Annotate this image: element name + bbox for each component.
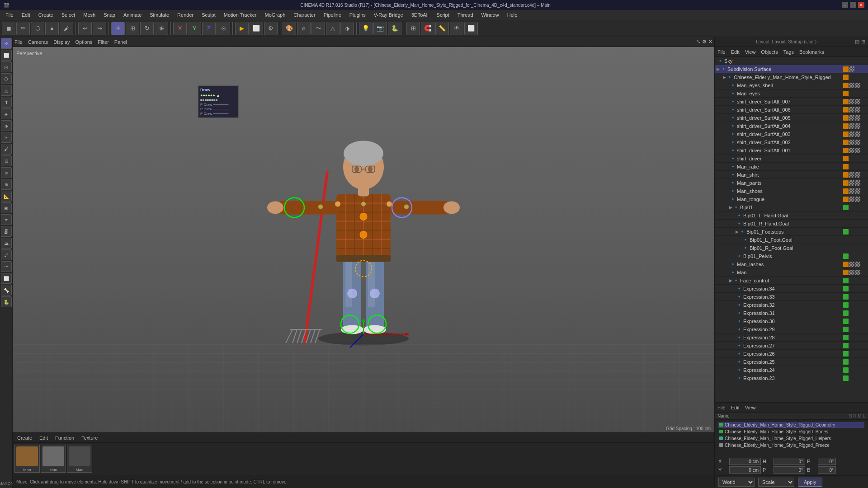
attr-name-row-2[interactable]: Chinese_Elderly_Man_Home_Style_Rigged_He… xyxy=(718,436,864,441)
mat-menu-texture[interactable]: Texture xyxy=(79,435,100,441)
paint-mode-button[interactable]: 🖌 xyxy=(60,22,73,35)
object-row-19[interactable]: 🔹Bip01_L_Hand.Goal xyxy=(715,211,868,220)
obj-dot-color-36[interactable] xyxy=(843,351,849,357)
object-row-25[interactable]: 🔹Man_lashes xyxy=(715,260,868,268)
menu-item-window[interactable]: Window xyxy=(478,11,503,19)
menu-item-animate[interactable]: Animate xyxy=(120,11,145,19)
attr-menu-file[interactable]: File xyxy=(717,405,726,410)
material-side[interactable]: ◉ xyxy=(1,202,12,213)
obj-menu-file[interactable]: File xyxy=(717,49,726,55)
poly-select-side[interactable]: △ xyxy=(1,85,12,96)
object-row-11[interactable]: 🔹shirt_driver_SurfAtt_001 xyxy=(715,146,868,155)
vp-menu-options[interactable]: Options xyxy=(75,39,92,45)
object-row-1[interactable]: ▶🔹Subdivision Surface xyxy=(715,65,868,73)
layout-icon-2[interactable]: ⊞ xyxy=(861,39,865,45)
rotate-tool-button[interactable]: ↻ xyxy=(140,22,154,35)
obj-dot-color-28[interactable] xyxy=(843,286,849,291)
object-row-7[interactable]: 🔹shirt_driver_SurfAtt_005 xyxy=(715,114,868,122)
menu-item-pipeline[interactable]: Pipeline xyxy=(320,11,345,19)
object-row-36[interactable]: 🔹Expression.26 xyxy=(715,350,868,358)
obj-dot-color-0[interactable] xyxy=(843,58,849,64)
obj-dot-color-38[interactable] xyxy=(843,367,849,373)
obj-dot-color-23[interactable] xyxy=(843,245,849,251)
deformer-btn[interactable]: ⬗ xyxy=(340,22,354,35)
animate-mode-button[interactable]: ▲ xyxy=(45,22,59,35)
python-side[interactable]: 🐍 xyxy=(1,296,12,307)
render-settings-button[interactable]: ⚙ xyxy=(264,22,278,35)
menu-item-motion-tracker[interactable]: Motion Tracker xyxy=(220,11,260,19)
object-row-35[interactable]: 🔹Expression.27 xyxy=(715,342,868,350)
object-row-31[interactable]: 🔹Expression.31 xyxy=(715,309,868,317)
object-list[interactable]: 🔹Sky▶🔹Subdivision Surface▶🔹Chinese_Elder… xyxy=(715,57,868,402)
apply-button[interactable]: Apply xyxy=(798,478,822,487)
obj-menu-edit[interactable]: Edit xyxy=(731,49,740,55)
menu-item-file[interactable]: File xyxy=(2,11,17,19)
y-axis-button[interactable]: Y xyxy=(188,22,201,35)
object-row-16[interactable]: 🔹Man_shoes xyxy=(715,187,868,195)
terrain-side[interactable]: ⛰ xyxy=(1,238,12,249)
object-row-10[interactable]: 🔹shirt_driver_SurfAtt_002 xyxy=(715,138,868,146)
x-input[interactable] xyxy=(729,458,761,465)
model-mode-button[interactable]: ◼ xyxy=(2,22,15,35)
object-row-12[interactable]: 🔹shirt_driver xyxy=(715,155,868,163)
vp-menu-filter[interactable]: Filter xyxy=(98,39,108,45)
bridge-side[interactable]: ⬗ xyxy=(1,120,12,131)
obj-dot-color-34[interactable] xyxy=(843,335,849,340)
move-tool-button[interactable]: ✛ xyxy=(111,22,125,35)
world-dropdown[interactable]: World xyxy=(718,478,755,487)
ironing-side[interactable]: ⊡ xyxy=(1,155,12,166)
vp-btn-close[interactable]: ✕ xyxy=(708,39,712,45)
object-row-2[interactable]: ▶🔹Chinese_Elderly_Man_Home_Style_Rigged xyxy=(715,73,868,81)
magnet-side[interactable]: ⌀ xyxy=(1,167,12,178)
vp-btn-expand[interactable]: ⤡ xyxy=(696,39,700,45)
object-row-14[interactable]: 🔹Man_shirt xyxy=(715,171,868,179)
object-row-9[interactable]: 🔹shirt_driver_SurfAtt_003 xyxy=(715,130,868,138)
world-axis-button[interactable]: ⊙ xyxy=(217,22,230,35)
material-item-1[interactable]: Man xyxy=(41,445,66,473)
object-row-6[interactable]: 🔹shirt_driver_SurfAtt_006 xyxy=(715,106,868,114)
select-tool-side[interactable]: ⬜ xyxy=(1,50,12,61)
object-row-29[interactable]: 🔹Expression.33 xyxy=(715,293,868,301)
light-btn[interactable]: 💡 xyxy=(359,22,373,35)
object-row-27[interactable]: ▶🔹Face_control xyxy=(715,277,868,285)
pen-side[interactable]: ✒ xyxy=(1,214,12,225)
polygon-btn[interactable]: △ xyxy=(326,22,340,35)
object-row-8[interactable]: 🔹shirt_driver_SurfAtt_004 xyxy=(715,122,868,130)
menu-item-3dtoall[interactable]: 3DToAll xyxy=(408,11,432,19)
h-input[interactable] xyxy=(774,458,805,465)
object-row-18[interactable]: ▶🔹Bip01 xyxy=(715,203,868,211)
obj-arrow-27[interactable]: ▶ xyxy=(729,278,732,283)
object-row-0[interactable]: 🔹Sky xyxy=(715,57,868,65)
vp-btn-settings[interactable]: ⚙ xyxy=(702,39,707,45)
material-item-2[interactable]: Man xyxy=(67,445,92,473)
obj-dot-color-5[interactable] xyxy=(843,99,849,104)
attr-name-row-3[interactable]: Chinese_Elderly_Man_Home_Style_Rigged_Fr… xyxy=(718,442,864,448)
menu-item-snap[interactable]: Snap xyxy=(100,11,119,19)
obj-dot-color-9[interactable] xyxy=(843,131,849,137)
close-button[interactable]: ✕ xyxy=(858,2,864,8)
attr-menu-view[interactable]: View xyxy=(745,405,756,410)
attr-menu-edit[interactable]: Edit xyxy=(731,405,740,410)
render-button[interactable]: ▶ xyxy=(235,22,249,35)
x-axis-button[interactable]: X xyxy=(173,22,187,35)
obj-dot-color-18[interactable] xyxy=(843,205,849,210)
menu-item-sculpt[interactable]: Sculpt xyxy=(198,11,219,19)
magnet-btn[interactable]: ⌀ xyxy=(297,22,311,35)
scale-dropdown[interactable]: Scale xyxy=(758,478,794,487)
object-row-38[interactable]: 🔹Expression.24 xyxy=(715,366,868,374)
obj-dot-color-2[interactable] xyxy=(843,75,849,80)
vp-menu-panel[interactable]: Panel xyxy=(114,39,127,45)
obj-menu-objects[interactable]: Objects xyxy=(761,49,778,55)
obj-dot-color-26[interactable] xyxy=(843,270,849,275)
spline-btn[interactable]: 〜 xyxy=(311,22,325,35)
object-row-39[interactable]: 🔹Expression.23 xyxy=(715,374,868,382)
obj-dot-color-15[interactable] xyxy=(843,180,849,186)
obj-dot-color-6[interactable] xyxy=(843,107,849,113)
menu-item-help[interactable]: Help xyxy=(504,11,521,19)
obj-arrow-1[interactable]: ▶ xyxy=(717,67,720,71)
obj-dot-color-30[interactable] xyxy=(843,302,849,308)
menu-item-select[interactable]: Select xyxy=(58,11,79,19)
vp-menu-file[interactable]: File xyxy=(14,39,23,45)
object-btn[interactable]: ⬜ xyxy=(464,22,478,35)
edit-mode-button[interactable]: ✏ xyxy=(16,22,30,35)
